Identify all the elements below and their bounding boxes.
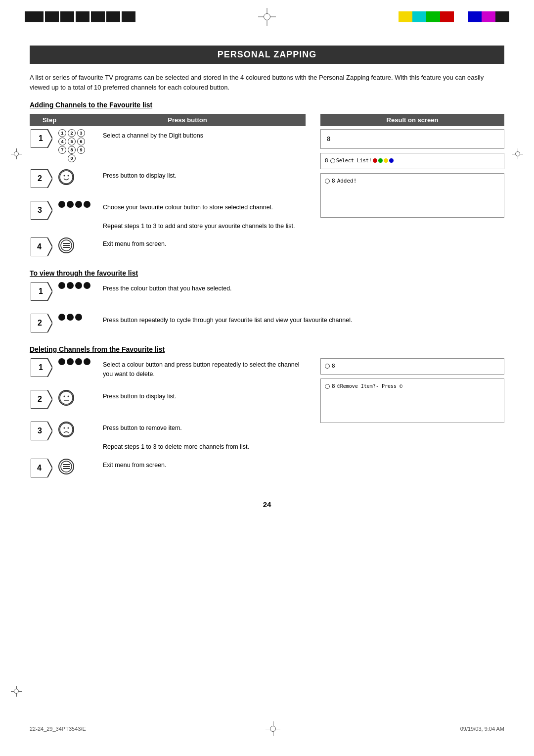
del-step-4-desc: Exit menu from screen. (103, 459, 306, 470)
color-bar-green (426, 11, 440, 22)
step-row-4: 4 Exit menu from scr (30, 237, 306, 262)
del-step-number-2: 2 (30, 390, 53, 409)
step-number-1: 1 (30, 129, 53, 148)
color-bar-cyan (412, 11, 426, 22)
view-step-1-desc: Press the colour button that you have se… (103, 282, 504, 293)
svg-point-29 (60, 423, 73, 436)
del-result-screen-2: 8 ©Remove Item?- Press © (320, 378, 504, 423)
svg-marker-32 (31, 459, 52, 477)
black-bar (106, 11, 120, 22)
footer-doc-number: 22-24_29_34PT3543/E (30, 726, 86, 732)
header-step: Step (30, 114, 69, 126)
section-heading-deleting: Deleting Channels from the Favourite lis… (30, 345, 504, 353)
del-result-screen-1: 8 (320, 358, 504, 375)
color-bar-black (495, 11, 509, 22)
view-step-badge-2: 2 (31, 314, 52, 332)
view-step-number-1: 1 (30, 282, 53, 301)
del-step-badge-3: 3 (31, 422, 52, 440)
view-dot1 (58, 282, 65, 289)
black-bar (60, 11, 74, 22)
rb-select-list: Select List! (330, 158, 394, 163)
page-title: Personal Zapping (30, 46, 504, 64)
svg-rect-13 (63, 245, 70, 246)
del-step-row-4: 4 Exit menu from scr (30, 459, 306, 483)
dot-black2 (67, 201, 74, 208)
svg-point-5 (64, 175, 65, 177)
del-colour-dots-4 (58, 358, 98, 365)
step-number-3: 3 (30, 201, 53, 220)
digit-6: 6 (77, 138, 85, 145)
del-smiley-neutral (58, 390, 98, 406)
result-screen-2: 8 Select List! (320, 153, 504, 169)
color-bar-blue (468, 11, 482, 22)
color-bar-white (454, 11, 468, 22)
del-step-number-3: 3 (30, 422, 53, 440)
footer-crosshair (266, 721, 280, 736)
svg-point-4 (60, 171, 73, 184)
rb-num-8: 8 (325, 157, 328, 164)
adding-layout: Step Press button 1 1 2 (30, 114, 504, 269)
rb-dot-yellow (384, 158, 388, 163)
view-dot2-2 (67, 314, 74, 321)
colour-dots-4-icon (58, 201, 98, 208)
del-step-row-3: 3 Press button to re (30, 422, 306, 451)
del-step-number-4: 4 (30, 459, 53, 477)
crosshair-center-top (258, 8, 276, 26)
del-rb-circle (325, 364, 330, 369)
black-bar (25, 11, 44, 22)
svg-point-23 (60, 391, 73, 404)
menu-icon (58, 237, 98, 253)
del-result-line-2: 8 ©Remove Item?- Press © (325, 383, 500, 389)
smiley-neutral-icon (58, 390, 74, 406)
step-badge-1: 1 (31, 129, 52, 148)
deleting-result-col: 8 8 ©Remove Item?- Press © (320, 358, 504, 490)
digit-2: 2 (68, 129, 76, 137)
del-step-3-desc: Press button to remove item.Repeat steps… (103, 422, 306, 451)
step-badge-2: 2 (31, 169, 52, 188)
svg-text:1: 1 (39, 287, 43, 295)
view-colour-dots-4 (58, 282, 98, 289)
svg-point-31 (68, 427, 69, 429)
del-step-number-1: 1 (30, 358, 53, 377)
dot-black (58, 201, 65, 208)
del-step-badge-2: 2 (31, 390, 52, 409)
footer-timestamp: 09/19/03, 9:04 AM (460, 726, 504, 732)
view-dot3 (75, 282, 82, 289)
view-dot2-1 (58, 314, 65, 321)
svg-text:4: 4 (37, 242, 42, 251)
view-colour-dots-3 (58, 314, 98, 321)
svg-point-30 (64, 427, 65, 429)
digit-4: 4 (58, 138, 66, 145)
rb-dot-blue (389, 158, 394, 163)
menu-button (58, 237, 74, 253)
smiley-happy-icon (58, 169, 98, 185)
section-heading-adding: Adding Channels to the Favourite list (30, 101, 504, 109)
del-smiley-sad (58, 422, 98, 437)
header-press: Press button (69, 114, 306, 126)
step-badge-3: 3 (31, 201, 52, 220)
digit-3: 3 (77, 129, 85, 137)
smiley-happy (58, 169, 74, 185)
dot-black3 (75, 201, 82, 208)
step-badge-4: 4 (31, 237, 52, 256)
del-step-row-1: 1 Select a colour button and press butto… (30, 358, 306, 383)
step-3-desc: Choose your favourite colour button to s… (103, 201, 306, 231)
deleting-layout: 1 Select a colour button and press butto… (30, 358, 504, 490)
digit-buttons-icon: 1 2 3 4 5 6 7 8 9 0 (58, 129, 98, 162)
view-step-row-2: 2 Press button repeatedly to cycle throu… (30, 314, 504, 338)
step-2-desc: Press button to display list. (103, 169, 306, 181)
svg-text:3: 3 (38, 206, 42, 214)
del-step-badge-1: 1 (31, 358, 52, 377)
section-heading-viewing: To view through the favourite list (30, 269, 504, 277)
rb-select-text: Select List! (336, 158, 372, 163)
del-rb-8b: 8 (332, 383, 335, 389)
digit-8: 8 (68, 146, 76, 154)
svg-text:4: 4 (37, 464, 42, 472)
del-dot4 (84, 358, 90, 365)
dot-black4 (84, 201, 90, 208)
crosshair-left-bottom (11, 686, 22, 697)
svg-rect-37 (63, 468, 70, 469)
crosshair-right-mid (512, 148, 523, 159)
svg-text:2: 2 (38, 395, 42, 403)
svg-marker-9 (31, 237, 52, 256)
